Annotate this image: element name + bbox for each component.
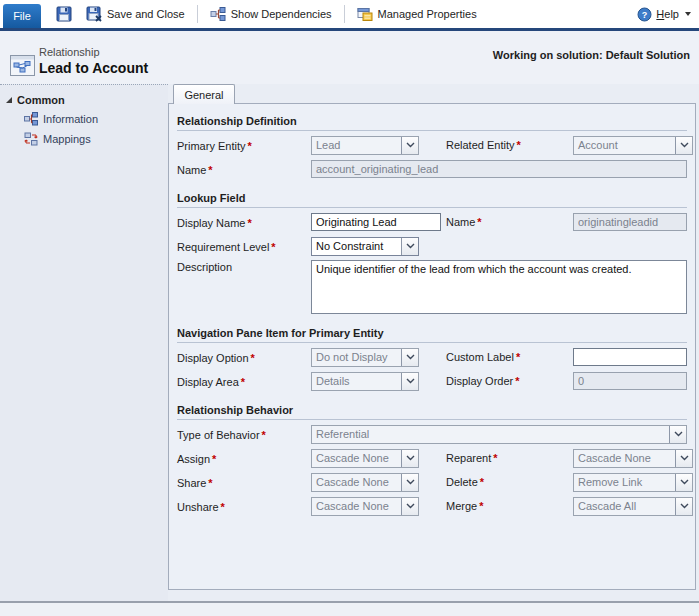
svg-text:?: ?: [642, 10, 648, 20]
display-option-label: Display Option*: [177, 351, 311, 364]
file-tab[interactable]: File: [3, 4, 41, 28]
display-area-dropdown: Details: [311, 372, 419, 391]
form-row: Assign* Cascade None Reparent* Cascade N…: [177, 448, 687, 468]
sidebar-item-information[interactable]: Information: [24, 112, 168, 126]
unshare-label: Unshare*: [177, 500, 311, 513]
chevron-down-icon: [401, 137, 418, 154]
save-and-close-button[interactable]: Save and Close: [79, 2, 192, 26]
related-entity-dropdown: Account: [573, 136, 693, 155]
required-marker: *: [480, 476, 484, 488]
unshare-dropdown: Cascade None: [311, 497, 419, 516]
sidebar-group-label: Common: [17, 94, 65, 106]
form-row: Display Name* Name*: [177, 212, 687, 232]
lookup-name-label: Name*: [446, 216, 573, 228]
requirement-level-label: Requirement Level*: [177, 240, 311, 253]
form-row: Requirement Level* No Constraint: [177, 236, 687, 256]
custom-label-label: Custom Label*: [446, 351, 573, 363]
working-on-solution-label: Working on solution: Default Solution: [493, 49, 690, 61]
show-dependencies-icon: [210, 6, 226, 22]
sidebar-item-label: Information: [43, 113, 98, 125]
chevron-down-icon: [401, 373, 418, 390]
display-area-label: Display Area*: [177, 375, 311, 388]
required-marker: *: [262, 429, 266, 441]
file-tab-label: File: [13, 10, 31, 22]
relationship-name-input: [311, 160, 687, 178]
description-label: Description: [177, 260, 311, 273]
save-icon: [56, 6, 72, 22]
display-name-input[interactable]: [311, 213, 441, 231]
chevron-down-icon: [401, 450, 418, 467]
form-row: Description Unique identifier of the lea…: [177, 260, 687, 314]
assign-dropdown: Cascade None: [311, 449, 419, 468]
toolbar-separator: [197, 5, 198, 23]
share-label: Share*: [177, 476, 311, 489]
information-icon: [24, 112, 38, 126]
required-marker: *: [493, 452, 497, 464]
help-button[interactable]: ? Help: [637, 7, 691, 22]
show-dependencies-button[interactable]: Show Dependencies: [203, 2, 339, 26]
form-panel: Relationship Definition Primary Entity* …: [168, 103, 696, 590]
save-button[interactable]: [49, 2, 79, 26]
relationship-name-label: Name*: [177, 163, 311, 176]
required-marker: *: [247, 217, 251, 229]
required-marker: *: [208, 477, 212, 489]
required-marker: *: [247, 140, 251, 152]
managed-properties-icon: [357, 6, 373, 22]
display-order-label: Display Order*: [446, 375, 573, 387]
reparent-label: Reparent*: [446, 452, 573, 464]
primary-entity-label: Primary Entity*: [177, 139, 311, 152]
reparent-dropdown: Cascade None: [573, 449, 693, 468]
toolbar: File Save and Close Show Dependencies Ma…: [0, 0, 699, 28]
type-of-behavior-label: Type of Behavior*: [177, 428, 311, 441]
tree-expander-icon[interactable]: [6, 97, 12, 103]
required-marker: *: [221, 501, 225, 513]
type-of-behavior-dropdown: Referential: [311, 425, 687, 444]
chevron-down-icon: [669, 426, 686, 443]
chevron-down-icon[interactable]: [401, 238, 418, 255]
save-and-close-label: Save and Close: [107, 8, 185, 20]
sidebar-item-mappings[interactable]: Mappings: [24, 132, 168, 146]
entity-type-label: Relationship: [39, 46, 100, 58]
required-marker: *: [271, 241, 275, 253]
save-and-close-icon: [86, 6, 102, 22]
help-label: Help: [656, 8, 679, 20]
delete-label: Delete*: [446, 476, 573, 488]
form-row: Name*: [177, 159, 687, 179]
chevron-down-icon: [675, 450, 692, 467]
display-order-input: [573, 372, 687, 390]
chevron-down-icon: [401, 474, 418, 491]
merge-dropdown: Cascade All: [573, 497, 693, 516]
form-row: Primary Entity* Lead Related Entity* Acc…: [177, 135, 687, 155]
primary-entity-dropdown: Lead: [311, 136, 419, 155]
lookup-name-input: [573, 213, 687, 231]
form-row: Share* Cascade None Delete* Remove Link: [177, 472, 687, 492]
merge-label: Merge*: [446, 500, 573, 512]
chevron-down-icon: [675, 498, 692, 515]
tab-general[interactable]: General: [173, 84, 235, 104]
requirement-level-dropdown[interactable]: No Constraint: [311, 237, 419, 256]
custom-label-input[interactable]: [573, 348, 687, 366]
tab-general-label: General: [184, 89, 223, 101]
help-icon: ?: [637, 7, 652, 22]
display-option-dropdown: Do not Display: [311, 348, 419, 367]
required-marker: *: [479, 500, 483, 512]
form-row: Type of Behavior* Referential: [177, 424, 687, 444]
required-marker: *: [516, 351, 520, 363]
chevron-down-icon: [685, 12, 691, 16]
footer-divider: [0, 601, 699, 603]
form-row: Unshare* Cascade None Merge* Cascade All: [177, 496, 687, 516]
sidebar-group-common[interactable]: Common: [6, 94, 168, 106]
required-marker: *: [251, 352, 255, 364]
delete-dropdown: Remove Link: [573, 473, 693, 492]
section-relationship-definition: Relationship Definition: [177, 114, 687, 131]
related-entity-label: Related Entity*: [446, 139, 573, 151]
assign-label: Assign*: [177, 452, 311, 465]
required-marker: *: [477, 216, 481, 228]
sidebar-item-label: Mappings: [43, 133, 91, 145]
page-title: Lead to Account: [39, 60, 148, 76]
managed-properties-button[interactable]: Managed Properties: [350, 2, 484, 26]
description-textarea[interactable]: Unique identifier of the lead from which…: [311, 260, 687, 314]
toolbar-separator: [344, 5, 345, 23]
show-dependencies-label: Show Dependencies: [231, 8, 332, 20]
section-relationship-behavior: Relationship Behavior: [177, 403, 687, 420]
